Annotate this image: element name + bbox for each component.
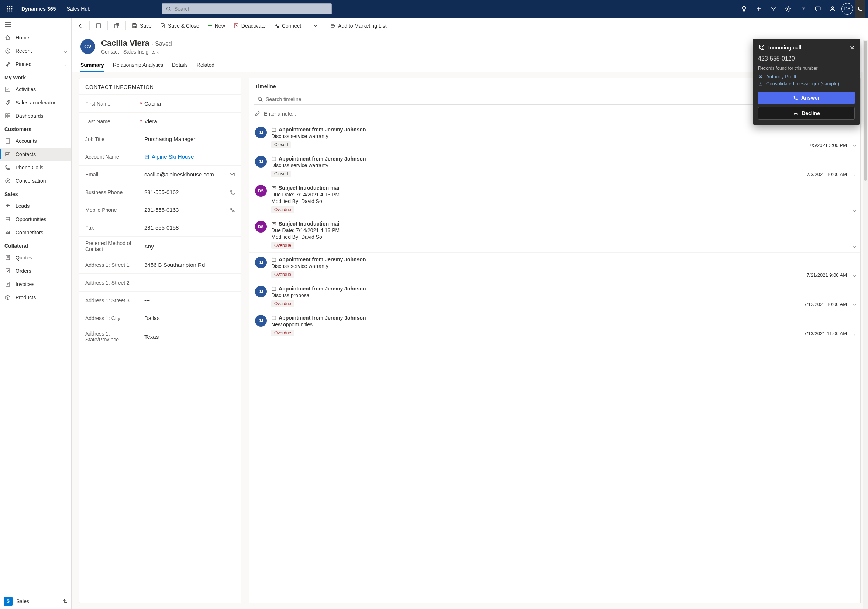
field-city[interactable]: Address 1: CityDallas bbox=[79, 309, 241, 327]
save-close-button[interactable]: Save & Close bbox=[156, 19, 203, 33]
svg-rect-77 bbox=[272, 157, 276, 161]
account-lookup-link[interactable]: Alpine Ski House bbox=[144, 153, 235, 160]
timeline-item[interactable]: DSSubject Introduction mailDue Date: 7/1… bbox=[249, 217, 860, 253]
scrollbar-track[interactable] bbox=[863, 40, 868, 609]
nav-leads[interactable]: Leads bbox=[0, 199, 71, 212]
call-record-contact[interactable]: Anthony Pruitt bbox=[758, 73, 855, 80]
timeline-item[interactable]: DSSubject Introduction mailDue Date: 7/1… bbox=[249, 181, 860, 217]
timeline-item[interactable]: JJAppointment from Jeremy JohnsonDiscuss… bbox=[249, 123, 860, 152]
filter-icon[interactable] bbox=[766, 0, 781, 18]
answer-button[interactable]: Answer bbox=[758, 91, 855, 104]
connect-button[interactable]: Connect bbox=[270, 19, 305, 33]
email-action-icon[interactable] bbox=[229, 172, 235, 178]
nav-pinned[interactable]: Pinned ⌵ bbox=[0, 57, 71, 71]
nav-opportunities[interactable]: Opportunities bbox=[0, 212, 71, 226]
field-last-name[interactable]: Last Name*Viera bbox=[79, 112, 241, 130]
timeline-item[interactable]: JJAppointment from Jeremy JohnsonDiscuss… bbox=[249, 152, 860, 181]
field-fax[interactable]: Fax281-555-0158 bbox=[79, 218, 241, 236]
svg-rect-26 bbox=[6, 114, 8, 116]
field-business-phone[interactable]: Business Phone281-555-0162 bbox=[79, 183, 241, 201]
back-button[interactable] bbox=[74, 19, 87, 33]
nav-invoices[interactable]: Invoices bbox=[0, 277, 71, 291]
phone-action-icon[interactable] bbox=[230, 208, 235, 212]
popout-button[interactable] bbox=[110, 19, 123, 33]
brand-label[interactable]: Dynamics 365 bbox=[16, 6, 61, 12]
field-street3[interactable]: Address 1: Street 3--- bbox=[79, 291, 241, 309]
field-account-name[interactable]: Account NameAlpine Ski House bbox=[79, 148, 241, 165]
phone-panel-toggle[interactable] bbox=[855, 0, 865, 18]
tab-relationship-analytics[interactable]: Relationship Analytics bbox=[113, 59, 163, 71]
hub-label[interactable]: Sales Hub bbox=[61, 6, 96, 12]
nav-label: Activities bbox=[16, 86, 36, 92]
timeline-item[interactable]: JJAppointment from Jeremy JohnsonNew opp… bbox=[249, 311, 860, 340]
call-record-account[interactable]: Consolidated messenger (sample) bbox=[758, 80, 855, 87]
field-first-name[interactable]: First Name*Cacilia bbox=[79, 95, 241, 112]
expand-icon[interactable]: ⌵ bbox=[853, 301, 856, 307]
nav-contacts[interactable]: Contacts bbox=[0, 148, 71, 161]
search-input[interactable] bbox=[174, 6, 328, 12]
expand-icon[interactable]: ⌵ bbox=[853, 142, 856, 148]
nav-competitors[interactable]: Competitors bbox=[0, 226, 71, 239]
expand-icon[interactable]: ⌵ bbox=[853, 207, 856, 213]
phone-action-icon[interactable] bbox=[230, 190, 235, 195]
nav-accounts[interactable]: Accounts bbox=[0, 134, 71, 148]
nav-phonecalls[interactable]: Phone Calls bbox=[0, 161, 71, 174]
expand-icon[interactable]: ⌵ bbox=[853, 272, 856, 278]
field-job-title[interactable]: Job TitlePurchasing Manager bbox=[79, 130, 241, 148]
nav-quotes[interactable]: Quotes bbox=[0, 251, 71, 264]
new-button[interactable]: New bbox=[204, 19, 229, 33]
field-email[interactable]: Emailcacilia@alpineskihouse.com bbox=[79, 165, 241, 183]
svg-rect-54 bbox=[133, 23, 135, 25]
expand-icon[interactable]: ⌵ bbox=[853, 171, 856, 177]
gear-icon[interactable] bbox=[781, 0, 796, 18]
open-record-set-button[interactable] bbox=[92, 19, 105, 33]
close-call-button[interactable] bbox=[849, 45, 855, 50]
timeline-item[interactable]: JJAppointment from Jeremy JohnsonDiscuss… bbox=[249, 282, 860, 311]
tab-related[interactable]: Related bbox=[197, 59, 214, 71]
decline-button[interactable]: Decline bbox=[758, 107, 855, 119]
scrollbar-thumb[interactable] bbox=[863, 40, 867, 181]
save-button[interactable]: Save bbox=[128, 19, 155, 33]
tab-details[interactable]: Details bbox=[172, 59, 188, 71]
product-icon bbox=[5, 294, 11, 301]
incoming-call-icon bbox=[758, 44, 765, 51]
nav-orders[interactable]: Orders bbox=[0, 264, 71, 277]
chat-icon[interactable] bbox=[811, 0, 825, 18]
nav-activities[interactable]: Activities bbox=[0, 83, 71, 96]
svg-rect-47 bbox=[6, 269, 9, 273]
field-mobile-phone[interactable]: Mobile Phone281-555-0163 bbox=[79, 201, 241, 218]
field-street1[interactable]: Address 1: Street 13456 B Southampton Rd bbox=[79, 256, 241, 273]
nav-products[interactable]: Products bbox=[0, 291, 71, 304]
app-launcher-icon[interactable] bbox=[3, 2, 16, 15]
user-avatar[interactable]: DS bbox=[842, 3, 853, 15]
nav-sales-accelerator[interactable]: Sales accelerator bbox=[0, 96, 71, 109]
area-switcher[interactable]: S Sales ⇅ bbox=[0, 593, 71, 609]
lightbulb-icon[interactable] bbox=[736, 0, 752, 18]
field-street2[interactable]: Address 1: Street 2--- bbox=[79, 273, 241, 291]
svg-point-60 bbox=[277, 26, 279, 28]
nav-home[interactable]: Home bbox=[0, 31, 71, 44]
add-marketing-button[interactable]: Add to Marketing List bbox=[326, 19, 391, 33]
nav-dashboards[interactable]: Dashboards bbox=[0, 109, 71, 122]
field-preferred-contact[interactable]: Preferred Method of ContactAny bbox=[79, 236, 241, 256]
calendar-icon bbox=[271, 127, 276, 132]
expand-icon[interactable]: ⌵ bbox=[853, 243, 856, 249]
expand-icon[interactable]: ⌵ bbox=[853, 330, 856, 336]
nav-label: Orders bbox=[16, 268, 31, 274]
form-selector[interactable]: Sales Insights⌵ bbox=[123, 49, 160, 55]
connect-split-button[interactable] bbox=[310, 19, 321, 33]
add-icon[interactable] bbox=[752, 0, 766, 18]
timeline-item[interactable]: JJAppointment from Jeremy JohnsonDiscuss… bbox=[249, 253, 860, 282]
field-state[interactable]: Address 1: State/ProvinceTexas bbox=[79, 327, 241, 346]
nav-recent[interactable]: Recent ⌵ bbox=[0, 44, 71, 57]
deactivate-button[interactable]: Deactivate bbox=[229, 19, 270, 33]
svg-rect-73 bbox=[272, 128, 276, 132]
global-search[interactable] bbox=[162, 3, 332, 14]
nav-conversation[interactable]: Conversation bbox=[0, 174, 71, 188]
tab-summary[interactable]: Summary bbox=[81, 59, 104, 71]
assistant-icon[interactable] bbox=[825, 0, 840, 18]
sidebar-toggle[interactable] bbox=[0, 18, 71, 31]
svg-line-61 bbox=[276, 25, 277, 26]
help-icon[interactable] bbox=[796, 0, 811, 18]
activity-title: Appointment from Jeremy Johnson bbox=[279, 257, 366, 262]
